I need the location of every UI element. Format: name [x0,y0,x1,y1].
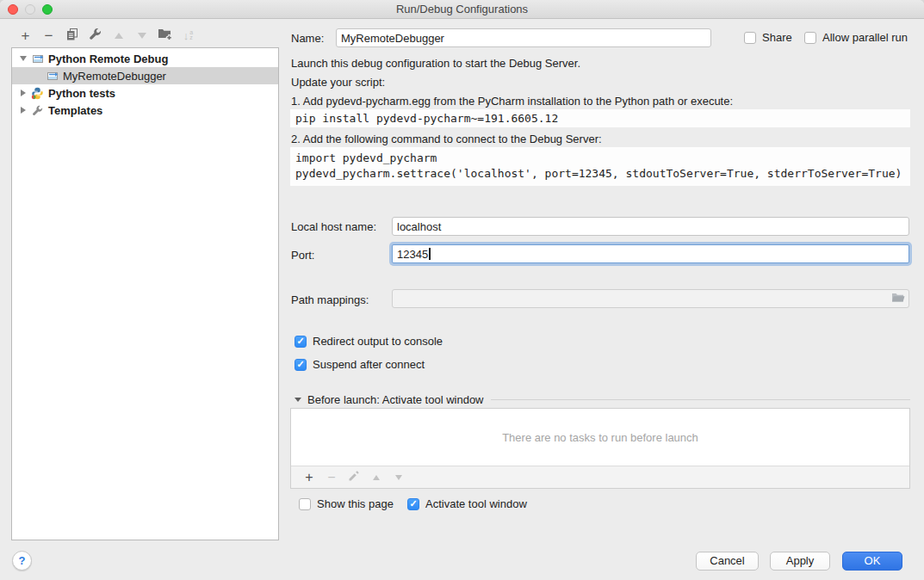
remove-task-button[interactable]: − [320,468,343,487]
new-folder-button[interactable] [153,25,177,46]
show-this-page-checkbox[interactable]: ✓ [299,498,311,510]
local-host-input[interactable] [392,217,909,236]
move-up-button[interactable] [107,25,130,46]
edit-task-button[interactable] [343,468,365,487]
tree-item-myremotedebugger[interactable]: MyRemoteDebugger [12,67,278,84]
remove-icon: − [327,471,335,484]
port-label: Port: [291,249,314,262]
before-launch-tasks-panel: There are no tasks to run before launch … [290,408,910,489]
copy-icon [66,28,78,43]
redirect-output-label: Redirect output to console [313,335,443,348]
tree-item-label: Python Remote Debug [48,52,168,65]
wrench-icon [30,103,45,117]
move-task-down-button[interactable] [388,468,410,487]
activate-tool-window-label: Activate tool window [425,497,527,510]
suspend-after-connect-option: ✓ Suspend after connect [295,358,425,371]
browse-folder-icon[interactable] [891,292,905,305]
cancel-button[interactable]: Cancel [696,552,759,571]
remove-icon: − [45,28,53,43]
expand-collapse-arrow[interactable] [16,107,30,114]
remote-debug-config-icon [45,69,59,83]
allow-parallel-run-checkbox[interactable]: ✓ [804,32,816,44]
chevron-down-icon [20,56,27,61]
zoom-window-button[interactable] [42,4,53,15]
text-caret [429,248,431,260]
port-input[interactable]: 12345 [392,244,909,263]
pip-install-code: pip install pydevd-pycharm~=191.6605.12 [290,109,910,127]
step1-text: 1. Add pydevd-pycharm.egg from the PyCha… [291,95,733,108]
remote-debug-config-icon [30,52,45,65]
share-checkbox[interactable]: ✓ [744,32,756,44]
expand-collapse-arrow[interactable] [16,56,30,61]
run-debug-configurations-dialog: Run/Debug Configurations + − ↓ az [0,0,924,580]
move-down-icon [395,475,402,480]
redirect-output-checkbox[interactable]: ✓ [295,336,307,348]
move-down-button[interactable] [130,25,153,46]
path-mappings-input[interactable] [392,289,909,308]
configuration-form: Name: ✓ Share ✓ Allow parallel run Launc… [290,0,912,580]
section-divider [491,399,910,400]
empty-tasks-message: There are no tasks to run before launch [291,409,909,466]
allow-parallel-run-option: ✓ Allow parallel run [804,31,908,44]
chevron-right-icon [21,89,26,96]
add-icon: + [305,471,313,484]
chevron-right-icon [21,107,26,114]
pencil-icon [348,470,360,484]
tree-item-templates[interactable]: Templates [12,102,278,119]
suspend-after-connect-checkbox[interactable]: ✓ [295,359,307,371]
update-script-text: Update your script: [291,76,385,89]
share-label: Share [762,31,792,44]
copy-configuration-button[interactable] [60,25,84,46]
name-input[interactable] [336,28,711,47]
add-configuration-button[interactable]: + [14,25,37,46]
minimize-window-button[interactable] [25,4,35,15]
apply-button[interactable]: Apply [770,552,830,571]
local-host-label: Local host name: [291,220,376,233]
remove-configuration-button[interactable]: − [37,25,60,46]
port-value: 12345 [397,248,428,261]
intro-text: Launch this debug configuration to start… [291,57,580,70]
tree-item-label: MyRemoteDebugger [63,70,166,83]
edit-templates-button[interactable] [84,25,107,46]
settrace-code: import pydevd_pycharm pydevd_pycharm.set… [290,147,910,186]
move-up-icon [373,475,380,480]
ok-button[interactable]: OK [842,552,902,571]
help-icon: ? [19,554,26,567]
show-this-page-label: Show this page [317,497,394,510]
check-icon: ✓ [296,360,304,369]
step2-text: 2. Add the following command to connect … [291,133,602,145]
move-down-icon [138,33,146,39]
before-launch-title: Before launch: Activate tool window [307,393,484,406]
traffic-lights [8,4,53,15]
configurations-toolbar: + − ↓ az [12,23,279,47]
redirect-output-option: ✓ Redirect output to console [295,335,443,348]
check-icon: ✓ [409,499,417,509]
move-up-icon [115,33,123,39]
share-option: ✓ Share [744,31,792,44]
help-button[interactable]: ? [12,551,32,571]
settrace-code-line1: import pydevd_pycharm [295,151,910,166]
show-this-page-option: ✓ Show this page [299,497,394,510]
new-folder-icon [158,28,172,43]
tasks-toolbar: + − [291,466,909,488]
add-task-button[interactable]: + [298,468,320,487]
sort-alphabetically-icon: ↓ az [183,29,193,42]
close-window-button[interactable] [8,4,18,15]
before-launch-section-header[interactable]: Before launch: Activate tool window [295,393,910,406]
collapse-icon [295,398,301,402]
path-mappings-label: Path mappings: [291,293,369,306]
activate-tool-window-checkbox[interactable]: ✓ [407,498,419,510]
check-icon: ✓ [296,336,304,346]
expand-collapse-arrow[interactable] [16,89,30,96]
suspend-after-connect-label: Suspend after connect [313,358,425,371]
move-task-up-button[interactable] [365,468,388,487]
tree-item-python-remote-debug[interactable]: Python Remote Debug [12,50,278,67]
tree-item-python-tests[interactable]: Python tests [12,84,278,102]
settrace-code-line2: pydevd_pycharm.settrace('localhost', por… [295,166,910,182]
python-tests-icon [30,86,45,100]
add-icon: + [22,28,30,43]
name-label: Name: [291,32,324,45]
sort-configurations-button[interactable]: ↓ az [177,25,200,46]
allow-parallel-run-label: Allow parallel run [822,31,908,44]
tree-item-label: Templates [48,104,102,117]
